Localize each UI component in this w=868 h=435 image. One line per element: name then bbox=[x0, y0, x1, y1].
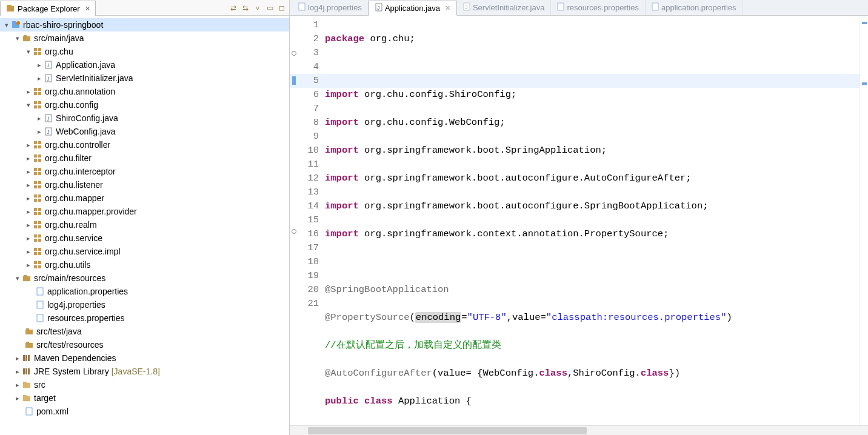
tree-file-log4j[interactable]: ▸log4j.properties bbox=[0, 298, 289, 311]
editor-tab-log4j[interactable]: log4j.properties bbox=[292, 0, 369, 15]
svg-rect-57 bbox=[34, 239, 37, 242]
collapse-all-icon[interactable]: ⇄ bbox=[229, 3, 238, 13]
tree-pkg-service-impl[interactable]: ▸org.chu.service.impl bbox=[0, 245, 289, 258]
tree-jre-lib[interactable]: ▸JRE System Library[JavaSE-1.8] bbox=[0, 365, 289, 378]
tree-src-main-resources[interactable]: ▾ src/main/resources bbox=[0, 271, 289, 285]
file-icon bbox=[298, 2, 305, 13]
tree-pkg-controller[interactable]: ▸org.chu.controller bbox=[0, 138, 289, 151]
java-file-icon: J bbox=[463, 2, 470, 13]
source-folder-icon bbox=[22, 33, 32, 43]
view-menu-icon[interactable]: ▿ bbox=[253, 3, 262, 13]
svg-rect-77 bbox=[25, 355, 27, 361]
java-file-icon: J bbox=[44, 73, 53, 83]
svg-rect-70 bbox=[37, 301, 43, 308]
svg-rect-36 bbox=[38, 168, 41, 171]
package-icon bbox=[33, 207, 42, 216]
tree-pkg-org-chu[interactable]: ▾ org.chu bbox=[0, 45, 289, 58]
tree-pkg-config[interactable]: ▾ org.chu.config bbox=[0, 98, 289, 111]
close-icon[interactable]: ✕ bbox=[442, 4, 450, 12]
java-file-icon: J bbox=[44, 127, 53, 136]
minimize-icon[interactable]: ▭ bbox=[265, 3, 275, 13]
link-editor-icon[interactable]: ⇆ bbox=[241, 3, 250, 13]
package-icon bbox=[33, 47, 42, 56]
editor-tabs: log4j.properties J Application.java ✕ J … bbox=[290, 0, 868, 16]
svg-rect-10 bbox=[38, 52, 41, 55]
tree-file-servlet-init[interactable]: ▸ J ServletInitializer.java bbox=[0, 71, 289, 85]
editor-area: log4j.properties J Application.java ✕ J … bbox=[290, 0, 868, 435]
svg-rect-63 bbox=[34, 261, 37, 264]
editor-body[interactable]: 1234 5678 9101112 13141516 17181920 21 p… bbox=[290, 16, 868, 425]
svg-rect-33 bbox=[34, 159, 37, 162]
project-tree[interactable]: ▾ rbac-shiro-springboot ▾ src/main/java … bbox=[0, 16, 289, 435]
tree-pkg-listener[interactable]: ▸org.chu.listener bbox=[0, 178, 289, 191]
tree-pkg-utils[interactable]: ▸org.chu.utils bbox=[0, 258, 289, 271]
editor-tab-application[interactable]: J Application.java ✕ bbox=[369, 1, 457, 16]
tree-file-app-props[interactable]: ▸application.properties bbox=[0, 285, 289, 298]
tree-file-res-props[interactable]: ▸resources.properties bbox=[0, 311, 289, 325]
folder-icon bbox=[22, 380, 32, 390]
tree-file-web-config[interactable]: ▸ J WebConfig.java bbox=[0, 125, 289, 138]
svg-rect-56 bbox=[38, 234, 41, 237]
svg-rect-18 bbox=[38, 92, 41, 95]
tree-pkg-realm[interactable]: ▸org.chu.realm bbox=[0, 218, 289, 231]
tree-pkg-service[interactable]: ▸org.chu.service bbox=[0, 231, 289, 245]
svg-rect-41 bbox=[34, 185, 37, 188]
svg-text:J: J bbox=[47, 62, 50, 68]
tree-maven-deps[interactable]: ▸Maven Dependencies bbox=[0, 351, 289, 365]
package-icon bbox=[33, 87, 42, 96]
svg-rect-17 bbox=[34, 92, 37, 95]
tree-src-folder[interactable]: ▸src bbox=[0, 378, 289, 391]
svg-rect-30 bbox=[38, 145, 41, 148]
svg-rect-20 bbox=[38, 101, 41, 104]
package-icon bbox=[33, 167, 42, 176]
tree-pkg-interceptor[interactable]: ▸org.chu.interceptor bbox=[0, 165, 289, 178]
horizontal-scrollbar[interactable] bbox=[290, 425, 868, 435]
tree-src-main-java[interactable]: ▾ src/main/java bbox=[0, 32, 289, 45]
package-explorer-title: Package Explorer bbox=[18, 4, 80, 13]
tree-pom[interactable]: ▸pom.xml bbox=[0, 405, 289, 418]
editor-tab-application-props[interactable]: application.properties bbox=[646, 0, 743, 15]
svg-text:J: J bbox=[377, 5, 380, 11]
tree-pkg-filter[interactable]: ▸org.chu.filter bbox=[0, 151, 289, 165]
svg-rect-73 bbox=[26, 328, 29, 330]
svg-rect-6 bbox=[24, 35, 27, 37]
svg-rect-50 bbox=[38, 212, 41, 215]
svg-rect-71 bbox=[37, 314, 43, 322]
editor-tab-servlet-init[interactable]: J ServletInitializer.java bbox=[457, 0, 552, 15]
svg-rect-81 bbox=[28, 368, 30, 374]
svg-rect-58 bbox=[38, 239, 41, 242]
code-content[interactable]: package org.chu; import org.chu.config.S… bbox=[322, 16, 860, 425]
tree-target-folder[interactable]: ▸target bbox=[0, 391, 289, 405]
package-icon bbox=[33, 247, 42, 256]
package-explorer-panel: Package Explorer ✕ ⇄ ⇆ ▿ ▭ ◻ ▾ rbac-shir… bbox=[0, 0, 290, 435]
svg-rect-49 bbox=[34, 212, 37, 215]
tree-file-application[interactable]: ▸ J Application.java bbox=[0, 58, 289, 71]
tree-file-shiro-config[interactable]: ▸ J ShiroConfig.java bbox=[0, 111, 289, 125]
svg-rect-38 bbox=[38, 172, 41, 175]
maximize-icon[interactable]: ◻ bbox=[277, 3, 287, 13]
source-folder-icon bbox=[24, 327, 34, 336]
svg-rect-21 bbox=[34, 105, 37, 108]
tree-src-test-java[interactable]: ▸src/test/java bbox=[0, 325, 289, 338]
close-icon[interactable]: ✕ bbox=[82, 5, 90, 13]
overview-ruler[interactable] bbox=[860, 16, 868, 425]
package-explorer-tab[interactable]: Package Explorer ✕ bbox=[0, 1, 96, 16]
svg-rect-65 bbox=[34, 265, 37, 268]
tree-project[interactable]: ▾ rbac-shiro-springboot bbox=[0, 18, 289, 32]
tree-pkg-annotation[interactable]: ▸ org.chu.annotation bbox=[0, 85, 289, 98]
scrollbar-thumb[interactable] bbox=[308, 427, 587, 434]
svg-rect-83 bbox=[23, 382, 27, 384]
svg-rect-78 bbox=[28, 355, 30, 361]
svg-rect-9 bbox=[34, 52, 37, 55]
tree-pkg-mapper[interactable]: ▸org.chu.mapper bbox=[0, 191, 289, 205]
svg-point-4 bbox=[16, 21, 20, 25]
svg-rect-59 bbox=[34, 248, 37, 251]
svg-rect-3 bbox=[12, 21, 16, 23]
svg-rect-79 bbox=[23, 368, 25, 374]
svg-rect-52 bbox=[38, 221, 41, 224]
editor-tab-resources-props[interactable]: resources.properties bbox=[551, 0, 646, 15]
svg-rect-27 bbox=[34, 141, 37, 144]
tree-pkg-mapper-provider[interactable]: ▸org.chu.mapper.provider bbox=[0, 205, 289, 218]
svg-rect-93 bbox=[652, 3, 658, 10]
tree-src-test-resources[interactable]: ▸src/test/resources bbox=[0, 338, 289, 351]
